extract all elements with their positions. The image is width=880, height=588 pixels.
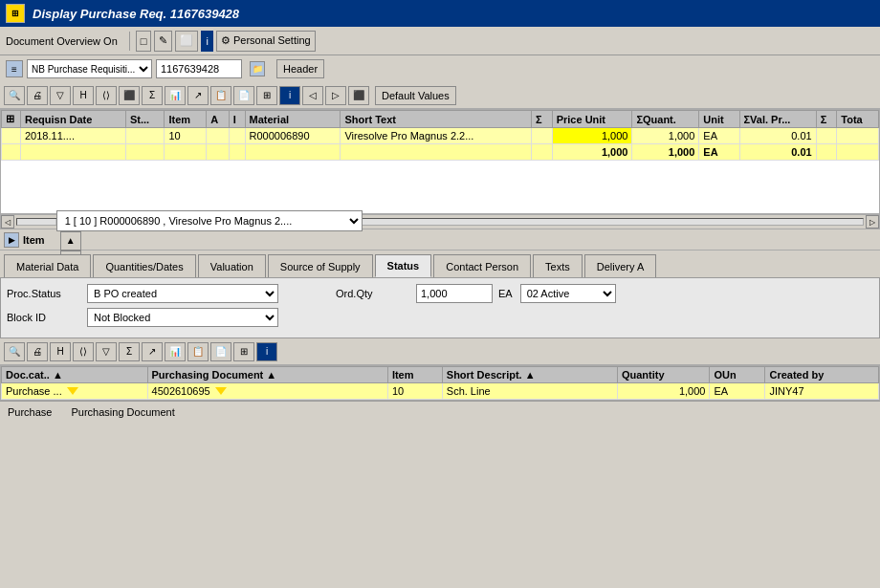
total-priceunit: 1,000	[552, 144, 632, 161]
cell-priceunit: 1,000	[552, 128, 632, 144]
nav-bar: ≡ NB Purchase Requisiti... 📁 Header	[0, 55, 880, 82]
footer-purchase-label: Purchase	[8, 406, 52, 418]
bcol-shortdesc[interactable]: Short Descript. ▲	[442, 367, 617, 383]
b-refresh-btn[interactable]: 🔍	[4, 342, 25, 361]
ord-qty-unit: EA	[498, 288, 513, 299]
refresh-btn[interactable]: 🔍	[4, 86, 25, 105]
total-reqdate	[21, 144, 126, 161]
proc-status-label: Proc.Status	[7, 288, 83, 299]
scroll-right-btn[interactable]: ▷	[866, 215, 879, 229]
b-export-btn[interactable]: ↗	[142, 342, 163, 361]
col-sigma[interactable]: Σ	[532, 111, 553, 128]
col-priceunit[interactable]: Price Unit	[552, 111, 632, 128]
col-total[interactable]: Tota	[837, 111, 879, 128]
sort-btn[interactable]: H	[73, 86, 94, 105]
col-sigma2[interactable]: Σ	[816, 111, 837, 128]
block-id-dropdown[interactable]: Not Blocked	[87, 308, 278, 327]
col-a[interactable]: A	[207, 111, 230, 128]
cell-shorttext: Viresolve Pro Magnus 2.2...	[341, 128, 532, 144]
b-chart-btn[interactable]: 📊	[165, 342, 186, 361]
b-funnel-btn[interactable]: ▽	[96, 342, 117, 361]
bcol-quantity[interactable]: Quantity	[617, 367, 709, 383]
save-btn[interactable]: ✎	[154, 31, 172, 52]
info2-btn[interactable]: i	[279, 86, 300, 105]
bcol-doccat[interactable]: Doc.cat.. ▲	[2, 367, 148, 383]
b-sort2-btn[interactable]: ⟨⟩	[73, 342, 94, 361]
tab-material-data[interactable]: Material Data	[4, 254, 91, 277]
b-sigma-btn[interactable]: Σ	[119, 342, 140, 361]
cell-item: 10	[165, 128, 207, 144]
tab-contact-person[interactable]: Contact Person	[433, 254, 531, 277]
paste-btn[interactable]: 📄	[233, 86, 254, 105]
header-btn[interactable]: Header	[276, 59, 324, 78]
tab-valuation[interactable]: Valuation	[198, 254, 266, 277]
tab-texts[interactable]: Texts	[533, 254, 583, 277]
menu-toolbar: Document Overview On □ ✎ ⬜ i ⚙ Personal …	[0, 27, 880, 55]
export-btn[interactable]: ↗	[187, 86, 209, 105]
tab-quantities-dates[interactable]: Quantities/Dates	[93, 254, 195, 277]
print-btn[interactable]: 🖨	[27, 86, 48, 105]
doc-type-combo[interactable]: NB Purchase Requisiti...	[27, 59, 152, 78]
select-btn[interactable]: ⬛	[348, 86, 369, 105]
tab-source-of-supply[interactable]: Source of Supply	[268, 254, 373, 277]
bcell-quantity: 1,000	[617, 383, 709, 400]
bcell-item: 10	[387, 383, 442, 400]
table-row[interactable]: 2018.11.... 10 R000006890 Viresolve Pro …	[2, 128, 879, 144]
grid-btn[interactable]: ⊞	[256, 86, 277, 105]
sigma-btn[interactable]: Σ	[142, 86, 163, 105]
info-btn[interactable]: i	[201, 31, 212, 52]
total-total	[837, 144, 879, 161]
personal-setting-btn[interactable]: ⚙ Personal Setting	[216, 31, 316, 52]
col-st[interactable]: St...	[125, 111, 164, 128]
col-reqdate[interactable]: Requisn Date	[21, 111, 126, 128]
item-select[interactable]: 1 [ 10 ] R000006890 , Viresolve Pro Magn…	[56, 210, 363, 231]
tab-status[interactable]: Status	[375, 254, 432, 277]
col-i[interactable]: I	[229, 111, 245, 128]
main-table: ⊞ Requisn Date St... Item A I Material S…	[1, 110, 879, 161]
col-valpr[interactable]: ΣVal. Pr...	[739, 111, 816, 128]
col-unit[interactable]: Unit	[699, 111, 739, 128]
b-clipboard-btn[interactable]: 📋	[187, 342, 209, 361]
col-item[interactable]: Item	[165, 111, 207, 128]
b-grid-btn[interactable]: ⊞	[233, 342, 254, 361]
prev-btn[interactable]: ◁	[302, 86, 323, 105]
active-status-dropdown[interactable]: 02 Active	[520, 284, 616, 303]
b-info-btn[interactable]: i	[256, 342, 277, 361]
bcell-createdby: JINY47	[765, 383, 879, 400]
b-paste-btn[interactable]: 📄	[210, 342, 231, 361]
triangle-marker-2	[215, 387, 227, 395]
clipboard-btn[interactable]: 📋	[210, 86, 231, 105]
table-row-total: 1,000 1,000 EA 0.01	[2, 144, 879, 161]
bottom-table-row[interactable]: Purchase ... 4502610695 10 Sch. Line 1,0…	[2, 383, 879, 400]
next-btn[interactable]: ▷	[325, 86, 346, 105]
cell-st	[125, 128, 164, 144]
filter-btn[interactable]: ▽	[50, 86, 71, 105]
copy-btn[interactable]: ⬜	[175, 31, 198, 52]
default-values-btn[interactable]: Default Values	[375, 86, 456, 105]
prev-item-btn[interactable]: ▲	[60, 231, 81, 250]
bcol-createdby[interactable]: Created by	[765, 367, 879, 383]
scroll-left-btn[interactable]: ◁	[1, 215, 14, 229]
bottom-icon-toolbar: 🔍 🖨 H ⟨⟩ ▽ Σ ↗ 📊 📋 📄 ⊞ i	[0, 338, 880, 365]
ord-qty-input[interactable]	[416, 284, 493, 303]
block-id-label: Block ID	[7, 312, 83, 323]
doc-overview-btn[interactable]: Document Overview On	[6, 35, 118, 47]
sort2-btn[interactable]: ⟨⟩	[96, 86, 117, 105]
bcol-oun[interactable]: OUn	[710, 367, 765, 383]
proc-status-dropdown[interactable]: B PO created	[87, 284, 278, 303]
doc-number-input[interactable]	[156, 59, 242, 78]
chart-btn[interactable]: 📊	[165, 86, 186, 105]
col-quantity[interactable]: ΣQuant.	[632, 111, 699, 128]
tab-delivery-a[interactable]: Delivery A	[584, 254, 657, 277]
bottom-table: Doc.cat.. ▲ Purchasing Document ▲ Item S…	[1, 366, 879, 400]
col-material[interactable]: Material	[245, 111, 341, 128]
bcol-item[interactable]: Item	[387, 367, 442, 383]
new-doc-btn[interactable]: □	[136, 31, 152, 52]
bcol-purchdoc[interactable]: Purchasing Document ▲	[147, 367, 387, 383]
b-print-btn[interactable]: 🖨	[27, 342, 48, 361]
col-shorttext[interactable]: Short Text	[341, 111, 532, 128]
funnel-btn[interactable]: ⬛	[119, 86, 140, 105]
cell-i	[229, 128, 245, 144]
doc-type-select[interactable]: NB Purchase Requisiti...	[27, 59, 152, 78]
b-sort-btn[interactable]: H	[50, 342, 71, 361]
